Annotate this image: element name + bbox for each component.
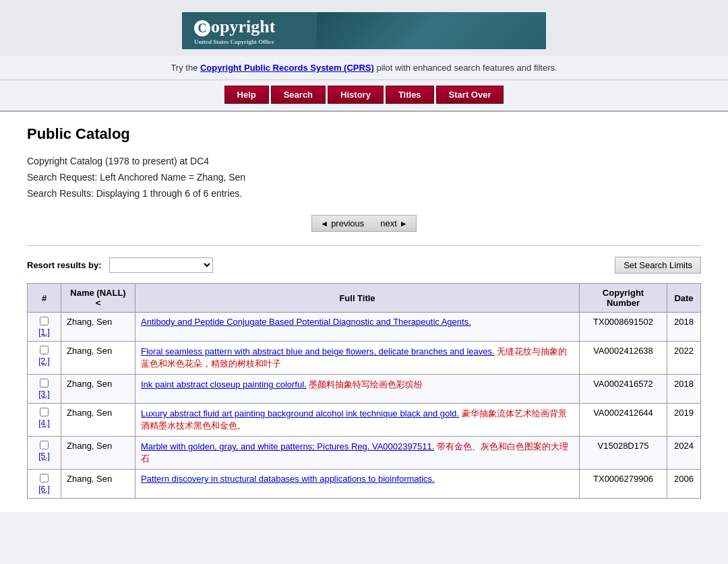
cell-name-4: Zhang, Sen <box>61 437 135 470</box>
cell-copyright-1: VA0002412638 <box>580 342 667 375</box>
cell-date-3: 2019 <box>667 404 701 437</box>
cell-title-2: Ink paint abstract closeup painting colo… <box>135 375 580 404</box>
announcement-prefix: Try the <box>171 63 200 73</box>
table-row: [1.]Zhang, SenAntibody and Peptide Conju… <box>28 313 701 342</box>
cell-copyright-3: VA0002412644 <box>580 404 667 437</box>
announcement-suffix: pilot with enhanced search features and … <box>374 63 557 73</box>
cell-date-2: 2018 <box>667 375 701 404</box>
nav-bar: Help Search History Titles Start Over <box>0 80 728 112</box>
nav-titles[interactable]: Titles <box>386 86 434 104</box>
row-checkbox-3[interactable] <box>40 408 49 416</box>
cell-date-0: 2018 <box>667 313 701 342</box>
cell-name-3: Zhang, Sen <box>61 404 135 437</box>
cell-copyright-0: TX0008691502 <box>580 313 667 342</box>
cell-copyright-5: TX0006279906 <box>580 470 667 499</box>
sort-left: Resort results by: Name Title Copyright … <box>27 257 213 273</box>
cell-num-0: [1.] <box>28 313 61 342</box>
row-checkbox-4[interactable] <box>40 441 49 449</box>
row-checkbox-5[interactable] <box>40 474 49 482</box>
cell-num-3: [4.] <box>28 404 61 437</box>
cell-title-3: Luxury abstract fluid art painting backg… <box>135 404 580 437</box>
cell-name-1: Zhang, Sen <box>61 342 135 375</box>
cell-title-4: Marble with golden, gray, and white patt… <box>135 437 580 470</box>
right-arrow-icon: ► <box>400 219 408 228</box>
cell-num-1: [2.] <box>28 342 61 375</box>
row-checkbox-2[interactable] <box>40 379 49 387</box>
nav-help[interactable]: Help <box>224 86 269 104</box>
title-link-5[interactable]: Pattern discovery in structural database… <box>141 474 435 484</box>
left-arrow-icon: ◄ <box>320 219 328 228</box>
cell-copyright-4: V15028D175 <box>580 437 667 470</box>
cell-num-2: [3.] <box>28 375 61 404</box>
catalog-info: Copyright Catalog (1978 to present) at D… <box>27 154 701 201</box>
cell-name-5: Zhang, Sen <box>61 470 135 499</box>
table-header-row: # Name (NALL)< Full Title CopyrightNumbe… <box>28 284 701 313</box>
nav-start-over[interactable]: Start Over <box>436 86 504 104</box>
cell-title-1: Floral seamless pattern with abstract bl… <box>135 342 580 375</box>
next-button[interactable]: next ► <box>372 215 416 232</box>
row-num-link-0[interactable]: [1.] <box>33 327 55 337</box>
cell-name-0: Zhang, Sen <box>61 313 135 342</box>
sort-select[interactable]: Name Title Copyright Number Date <box>109 257 213 273</box>
logo-subtitle: United States Copyright Office <box>194 38 275 45</box>
th-title: Full Title <box>135 284 580 313</box>
copyright-banner: Copyright United States Copyright Office <box>182 12 546 49</box>
title-link-1[interactable]: Floral seamless pattern with abstract bl… <box>141 346 495 356</box>
table-row: [4.]Zhang, SenLuxury abstract fluid art … <box>28 404 701 437</box>
cell-date-5: 2006 <box>667 470 701 499</box>
main-content: Public Catalog Copyright Catalog (1978 t… <box>0 112 728 512</box>
cell-num-5: [6.] <box>28 470 61 499</box>
table-row: [2.]Zhang, SenFloral seamless pattern wi… <box>28 342 701 375</box>
sort-label: Resort results by: <box>27 260 102 270</box>
cell-title-0: Antibody and Peptide Conjugate Based Pot… <box>135 313 580 342</box>
title-link-3[interactable]: Luxury abstract fluid art painting backg… <box>141 408 459 418</box>
catalog-line1: Copyright Catalog (1978 to present) at D… <box>27 154 701 170</box>
banner-content: Copyright United States Copyright Office <box>194 17 275 45</box>
th-date: Date <box>667 284 701 313</box>
cell-name-2: Zhang, Sen <box>61 375 135 404</box>
th-copyright: CopyrightNumber <box>580 284 667 313</box>
nav-search[interactable]: Search <box>271 86 326 104</box>
previous-button[interactable]: ◄ previous <box>311 215 372 232</box>
title-link-4[interactable]: Marble with golden, gray, and white patt… <box>141 441 434 451</box>
set-search-limits-button[interactable]: Set Search Limits <box>615 257 701 274</box>
table-body: [1.]Zhang, SenAntibody and Peptide Conju… <box>28 313 701 499</box>
header-area: Copyright United States Copyright Office <box>0 0 728 56</box>
th-name: Name (NALL)< <box>61 284 135 313</box>
catalog-line3: Search Results: Displaying 1 through 6 o… <box>27 186 701 202</box>
row-num-link-5[interactable]: [6.] <box>33 484 55 494</box>
previous-label: previous <box>331 218 364 228</box>
row-num-link-4[interactable]: [5.] <box>33 451 55 461</box>
results-table: # Name (NALL)< Full Title CopyrightNumbe… <box>27 283 701 499</box>
table-row: [5.]Zhang, SenMarble with golden, gray, … <box>28 437 701 470</box>
row-checkbox-0[interactable] <box>40 317 49 325</box>
row-num-link-2[interactable]: [3.] <box>33 389 55 399</box>
th-num: # <box>28 284 61 313</box>
cprs-link[interactable]: Copyright Public Records System (CPRS) <box>200 63 374 73</box>
cell-title-5: Pattern discovery in structural database… <box>135 470 580 499</box>
announcement-bar: Try the Copyright Public Records System … <box>0 56 728 80</box>
table-row: [3.]Zhang, SenInk paint abstract closeup… <box>28 375 701 404</box>
page-wrapper: Copyright United States Copyright Office… <box>0 0 728 564</box>
nav-history[interactable]: History <box>328 86 384 104</box>
sort-controls: Resort results by: Name Title Copyright … <box>27 257 701 274</box>
cell-date-4: 2024 <box>667 437 701 470</box>
title-link-0[interactable]: Antibody and Peptide Conjugate Based Pot… <box>141 317 471 327</box>
cell-date-1: 2022 <box>667 342 701 375</box>
catalog-line2: Search Request: Left Anchored Name = Zha… <box>27 170 701 186</box>
divider <box>27 245 701 246</box>
title-extra-2: 墨颜料抽象特写绘画色彩缤纷 <box>307 379 423 389</box>
logo-c-circle: C <box>194 20 210 36</box>
title-link-2[interactable]: Ink paint abstract closeup painting colo… <box>141 379 307 389</box>
row-checkbox-1[interactable] <box>40 346 49 354</box>
row-num-link-3[interactable]: [4.] <box>33 418 55 428</box>
table-row: [6.]Zhang, SenPattern discovery in struc… <box>28 470 701 499</box>
cell-copyright-2: VA0002416572 <box>580 375 667 404</box>
copyright-logo: Copyright United States Copyright Office <box>194 17 275 45</box>
pagination-area: ◄ previous next ► <box>27 215 701 232</box>
page-title: Public Catalog <box>27 125 701 143</box>
cell-num-4: [5.] <box>28 437 61 470</box>
next-label: next <box>380 218 397 228</box>
row-num-link-1[interactable]: [2.] <box>33 356 55 366</box>
